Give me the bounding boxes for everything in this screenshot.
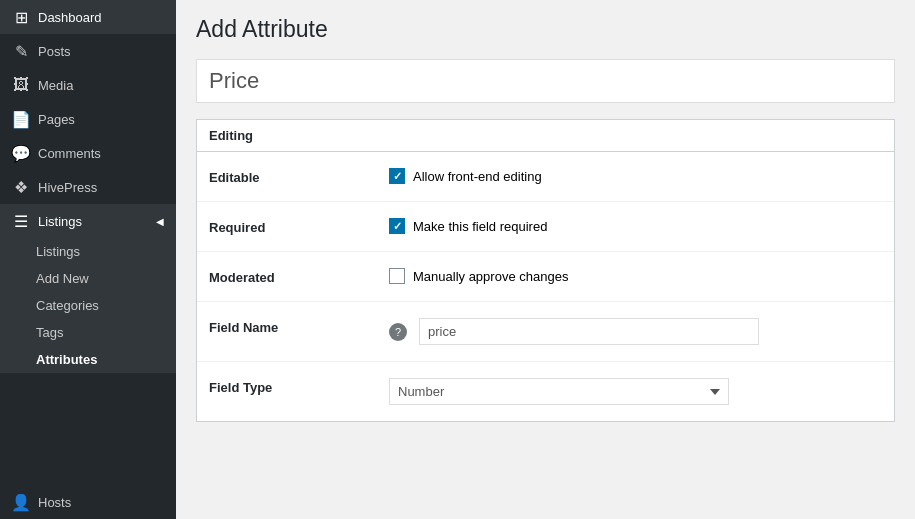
hivepress-icon: ❖ — [12, 178, 30, 196]
form-row-editable: Editable Allow front-end editing — [197, 152, 894, 202]
checkbox-required-wrapper[interactable]: Make this field required — [389, 218, 547, 234]
sidebar-item-label: Hosts — [38, 495, 71, 510]
comments-icon: 💬 — [12, 144, 30, 162]
sidebar-item-pages[interactable]: 📄 Pages — [0, 102, 176, 136]
listings-icon: ☰ — [12, 212, 30, 230]
sidebar-item-dashboard[interactable]: ⊞ Dashboard — [0, 0, 176, 34]
listings-arrow-icon: ◀ — [156, 216, 164, 227]
control-moderated: Manually approve changes — [389, 268, 882, 284]
submenu-item-categories[interactable]: Categories — [0, 292, 176, 319]
checkbox-editable-wrapper[interactable]: Allow front-end editing — [389, 168, 542, 184]
sidebar-item-label: Comments — [38, 146, 101, 161]
checkbox-moderated-wrapper[interactable]: Manually approve changes — [389, 268, 568, 284]
label-field-name: Field Name — [209, 318, 389, 335]
sidebar-item-label: HivePress — [38, 180, 97, 195]
field-name-input[interactable] — [419, 318, 759, 345]
sidebar-item-listings[interactable]: ☰ Listings ◀ — [0, 204, 176, 238]
sidebar-item-label: Pages — [38, 112, 75, 127]
metabox-title: Editing — [197, 120, 894, 152]
sidebar-item-label: Listings — [38, 214, 82, 229]
sidebar: ⊞ Dashboard ✎ Posts 🖼 Media 📄 Pages 💬 Co… — [0, 0, 176, 519]
attribute-name-input[interactable] — [196, 59, 895, 103]
submenu-item-tags[interactable]: Tags — [0, 319, 176, 346]
sidebar-item-hivepress[interactable]: ❖ HivePress — [0, 170, 176, 204]
form-row-field-type: Field Type Number Text Email URL Textare… — [197, 362, 894, 421]
checkbox-required-label: Make this field required — [413, 219, 547, 234]
sidebar-item-label: Media — [38, 78, 73, 93]
form-row-field-name: Field Name ? — [197, 302, 894, 362]
posts-icon: ✎ — [12, 42, 30, 60]
submenu-item-attributes[interactable]: Attributes — [0, 346, 176, 373]
sidebar-item-posts[interactable]: ✎ Posts — [0, 34, 176, 68]
sidebar-item-label: Dashboard — [38, 10, 102, 25]
sidebar-item-label: Posts — [38, 44, 71, 59]
form-row-moderated: Moderated Manually approve changes — [197, 252, 894, 302]
sidebar-item-media[interactable]: 🖼 Media — [0, 68, 176, 102]
control-field-name: ? — [389, 318, 882, 345]
submenu-item-listings[interactable]: Listings — [0, 238, 176, 265]
metabox-body: Editable Allow front-end editing Require… — [197, 152, 894, 421]
sidebar-item-hosts[interactable]: 👤 Hosts — [0, 485, 176, 519]
listings-submenu: Listings Add New Categories Tags Attribu… — [0, 238, 176, 373]
label-editable: Editable — [209, 168, 389, 185]
label-required: Required — [209, 218, 389, 235]
sidebar-item-comments[interactable]: 💬 Comments — [0, 136, 176, 170]
checkbox-editable-box — [389, 168, 405, 184]
control-field-type: Number Text Email URL Textarea Select Ch… — [389, 378, 882, 405]
checkbox-editable-label: Allow front-end editing — [413, 169, 542, 184]
checkbox-required-box — [389, 218, 405, 234]
checkbox-moderated-label: Manually approve changes — [413, 269, 568, 284]
main-content: Add Attribute Editing Editable Allow fro… — [176, 0, 915, 519]
dashboard-icon: ⊞ — [12, 8, 30, 26]
hosts-icon: 👤 — [12, 493, 30, 511]
submenu-item-add-new[interactable]: Add New — [0, 265, 176, 292]
help-icon-field-name[interactable]: ? — [389, 323, 407, 341]
checkbox-moderated-box — [389, 268, 405, 284]
control-editable: Allow front-end editing — [389, 168, 882, 184]
pages-icon: 📄 — [12, 110, 30, 128]
label-field-type: Field Type — [209, 378, 389, 395]
media-icon: 🖼 — [12, 76, 30, 94]
editing-metabox: Editing Editable Allow front-end editing… — [196, 119, 895, 422]
form-row-required: Required Make this field required — [197, 202, 894, 252]
label-moderated: Moderated — [209, 268, 389, 285]
control-required: Make this field required — [389, 218, 882, 234]
field-type-select[interactable]: Number Text Email URL Textarea Select Ch… — [389, 378, 729, 405]
page-title: Add Attribute — [196, 16, 895, 43]
